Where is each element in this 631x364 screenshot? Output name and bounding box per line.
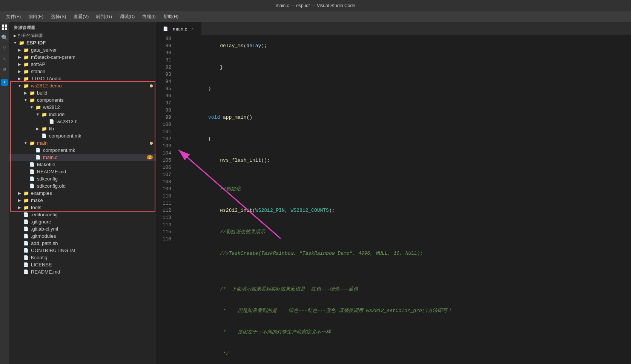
tree-item-ws2812h[interactable]: ▶ 📄 ws2812.h bbox=[9, 118, 156, 125]
tree-item-make[interactable]: ▶ 📁 make bbox=[9, 197, 156, 204]
tree-item-sdkconfig[interactable]: ▶ 📄 sdkconfig bbox=[9, 175, 156, 182]
debug-icon[interactable]: ▷ bbox=[1, 55, 8, 63]
sidebar: 资源管理器 ▶ 打开的编辑器 ▼ 📁 ESP-IDF ▶ 📁 gate_serv… bbox=[9, 22, 156, 364]
tree-item-main-c[interactable]: ▶ 📄 main.c 2 bbox=[9, 154, 156, 161]
menu-help[interactable]: 帮助(H) bbox=[160, 12, 182, 21]
tree-item-Makefile[interactable]: ▶ 📄 Makefile bbox=[9, 161, 156, 168]
main-dot bbox=[150, 142, 153, 145]
menu-terminal[interactable]: 终端(I) bbox=[139, 12, 158, 21]
tree-item-main-component-mk[interactable]: ▶ 📄 component.mk bbox=[9, 147, 156, 154]
tree-item-component-mk[interactable]: ▶ 📄 component.mk bbox=[9, 132, 156, 139]
editor-content: 88 89 90 91 92 93 94 95 96 97 98 99 100 … bbox=[156, 35, 631, 364]
tree-item-softAP[interactable]: ▶ 📁 softAP bbox=[9, 61, 156, 68]
tree-item-build[interactable]: ▶ 📁 build bbox=[9, 89, 156, 96]
tree-item-gitignore[interactable]: ▶ 📄 .gitignore bbox=[9, 218, 156, 225]
code-line-98: //彩虹渐变效果演示 bbox=[179, 221, 631, 243]
code-line-100 bbox=[179, 264, 631, 271]
code-line-92: void app_main() bbox=[179, 107, 631, 128]
title-text: main.c — esp-idf — Visual Studio Code bbox=[276, 3, 355, 8]
activity-bar: 🔍 ⑂ ▷ ⊞ K bbox=[0, 22, 9, 364]
tree-item-ws2812[interactable]: ▼ 📁 ws2812 bbox=[9, 104, 156, 111]
code-line-91 bbox=[179, 99, 631, 107]
kubernetes-icon[interactable]: K bbox=[1, 79, 8, 86]
code-line-105: */ bbox=[179, 343, 631, 364]
title-bar: main.c — esp-idf — Visual Studio Code bbox=[0, 0, 631, 11]
code-line-88: delay_ms(delay); bbox=[179, 35, 631, 57]
explorer-icon[interactable] bbox=[1, 23, 8, 31]
open-editors-arrow: ▶ bbox=[12, 34, 18, 38]
code-line-94: nvs_flash_init(); bbox=[179, 150, 631, 171]
tree-item-gitmodules[interactable]: ▶ 📄 .gitmodules bbox=[9, 232, 156, 240]
tab-close-button[interactable]: × bbox=[189, 26, 195, 32]
tree-item-examples[interactable]: ▶ 📁 examples bbox=[9, 190, 156, 197]
root-label: ESP-IDF bbox=[26, 40, 153, 46]
tree-item-lib[interactable]: ▶ 📁 lib bbox=[9, 125, 156, 132]
tree-item-ws2812-demo[interactable]: ▼ 📁 ws2812-demo bbox=[9, 82, 156, 89]
code-line-95 bbox=[179, 171, 631, 178]
file-tree: ▶ 📁 gate_server ▶ 📁 m5stack-cam-psram ▶ … bbox=[9, 46, 156, 364]
code-area[interactable]: delay_ms(delay); } } void app_main() bbox=[176, 35, 631, 364]
menu-edit[interactable]: 编辑(E) bbox=[25, 12, 46, 21]
code-line-99: //xTaskCreate(TaskRainbow, "TaskRainbow … bbox=[179, 243, 631, 264]
source-control-icon[interactable]: ⑂ bbox=[1, 44, 8, 52]
code-line-93: { bbox=[179, 128, 631, 150]
menu-debug[interactable]: 调试(D) bbox=[117, 12, 138, 21]
code-line-96: //初始化 bbox=[179, 178, 631, 200]
tree-item-license[interactable]: ▶ 📄 LICENSE bbox=[9, 261, 156, 268]
root-folder[interactable]: ▼ 📁 ESP-IDF bbox=[9, 39, 156, 46]
search-icon[interactable]: 🔍 bbox=[1, 34, 8, 41]
code-line-104: * 原因在于：不同的灯珠生产商家定义不一样 bbox=[179, 321, 631, 343]
tree-item-add-path[interactable]: ▶ 📄 add_path.sh bbox=[9, 240, 156, 247]
svg-rect-1 bbox=[5, 24, 7, 27]
tree-item-gitlab-ci[interactable]: ▶ 📄 .gitlab-ci.yml bbox=[9, 225, 156, 232]
svg-rect-2 bbox=[2, 28, 4, 30]
tree-item-editorconfig[interactable]: ▶ 📄 .editorconfig bbox=[9, 211, 156, 218]
tree-item-components[interactable]: ▼ 📁 components bbox=[9, 96, 156, 104]
extensions-icon[interactable]: ⊞ bbox=[1, 66, 8, 73]
tree-item-m5stack[interactable]: ▶ 📁 m5stack-cam-psram bbox=[9, 54, 156, 61]
tree-item-station[interactable]: ▶ 📁 station bbox=[9, 68, 156, 75]
svg-rect-3 bbox=[5, 28, 7, 30]
tab-label: main.c bbox=[173, 26, 187, 32]
menu-goto[interactable]: 转到(G) bbox=[93, 12, 115, 21]
code-line-89: } bbox=[179, 57, 631, 78]
code-line-101 bbox=[179, 271, 631, 278]
code-line-103: * 但是如果看到的是 绿色---红色---蓝色 请替换调用 ws2812_set… bbox=[179, 300, 631, 321]
folder-icon: 📁 bbox=[18, 40, 25, 46]
tab-bar: 📄 main.c × bbox=[156, 22, 631, 35]
tree-item-include[interactable]: ▼ 📁 include bbox=[9, 111, 156, 118]
tree-item-gate-server[interactable]: ▶ 📁 gate_server bbox=[9, 46, 156, 54]
tree-item-Kconfig[interactable]: ▶ 📄 Kconfig bbox=[9, 254, 156, 261]
menu-select[interactable]: 选择(S) bbox=[48, 12, 69, 21]
svg-rect-0 bbox=[2, 24, 4, 27]
line-numbers: 88 89 90 91 92 93 94 95 96 97 98 99 100 … bbox=[156, 35, 176, 364]
sidebar-title: 资源管理器 bbox=[9, 22, 156, 32]
tree-item-contributing[interactable]: ▶ 📄 CONTRIBUTING.rst bbox=[9, 247, 156, 254]
main-c-badge: 2 bbox=[147, 155, 153, 159]
root-arrow: ▼ bbox=[12, 41, 18, 45]
tree-item-readme-root[interactable]: ▶ 📄 README.md bbox=[9, 268, 156, 275]
menu-file[interactable]: 文件(F) bbox=[3, 12, 24, 21]
tree-item-main[interactable]: ▼ 📁 main bbox=[9, 139, 156, 147]
ws2812-demo-dot bbox=[150, 84, 153, 87]
main-layout: 🔍 ⑂ ▷ ⊞ K 资源管理器 ▶ 打开的编辑器 ▼ 📁 ESP-IDF ▶ 📁… bbox=[0, 22, 631, 364]
tab-main-c[interactable]: 📄 main.c × bbox=[156, 22, 201, 35]
tree-item-sdkconfig-old[interactable]: ▶ 📄 sdkconfig.old bbox=[9, 182, 156, 190]
editor-area: 📄 main.c × 88 89 90 91 92 93 94 95 96 97… bbox=[156, 22, 631, 364]
code-line-102: /* 下面演示如果看到实际效果应该是 红色---绿色---蓝色 bbox=[179, 278, 631, 300]
code-line-97: ws2812_init(WS2812_PIN, WS2812_COUNTS); bbox=[179, 200, 631, 221]
open-editors-section[interactable]: ▶ 打开的编辑器 bbox=[9, 32, 156, 39]
tree-item-readme[interactable]: ▶ 📄 README.md bbox=[9, 168, 156, 175]
tree-item-tools[interactable]: ▶ 📁 tools bbox=[9, 204, 156, 211]
tree-item-TTGO[interactable]: ▶ 📁 TTGO-TAudio bbox=[9, 75, 156, 82]
open-editors-label: 打开的编辑器 bbox=[18, 33, 153, 38]
menu-bar: 文件(F) 编辑(E) 选择(S) 查看(V) 转到(G) 调试(D) 终端(I… bbox=[0, 11, 631, 22]
menu-view[interactable]: 查看(V) bbox=[71, 12, 92, 21]
code-line-90: } bbox=[179, 78, 631, 99]
